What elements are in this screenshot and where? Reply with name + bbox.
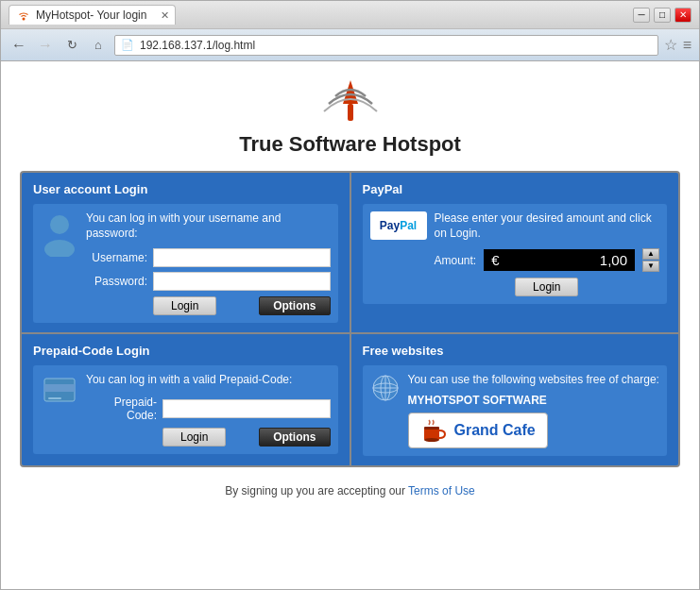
user-form: You can log in with your username and pa… (86, 211, 331, 315)
username-input[interactable] (153, 248, 331, 267)
paypal-panel-body: PayPal Please enter your desired amount … (363, 204, 668, 304)
user-login-btn[interactable]: Login (153, 296, 216, 315)
username-row: Username: (86, 248, 331, 267)
prepaid-description: You can log in with a valid Prepaid-Code… (86, 373, 331, 388)
browser-tab[interactable]: MyHotspot- Your login ✕ (9, 5, 176, 25)
minimize-btn[interactable]: ─ (633, 8, 650, 23)
amount-value: 1,00 (505, 252, 627, 268)
globe-icon (370, 373, 401, 403)
tab-title: MyHotspot- Your login (36, 8, 146, 22)
maximize-btn[interactable]: □ (654, 8, 671, 23)
paypal-content: Please enter your desired amount and cli… (435, 211, 660, 296)
title-bar: MyHotspot- Your login ✕ ─ □ ✕ (1, 1, 699, 29)
user-avatar-icon (41, 211, 78, 259)
prepaid-form: You can log in with a valid Prepaid-Code… (86, 373, 331, 447)
username-label: Username: (86, 251, 147, 264)
globe-svg (371, 374, 400, 402)
prepaid-panel-body: You can log in with a valid Prepaid-Code… (33, 365, 338, 454)
tab-icon (17, 8, 30, 22)
password-input[interactable] (153, 272, 331, 291)
amount-up-btn[interactable]: ▲ (642, 248, 659, 260)
free-panel-body: You can use the following websites free … (363, 365, 668, 456)
amount-row: Amount: € 1,00 ▲ ▼ (435, 248, 660, 272)
page-title: True Software Hotspot (20, 132, 680, 157)
password-row: Password: (86, 272, 331, 291)
hotspot-header: True Software Hotspot (20, 76, 680, 157)
user-description: You can log in with your username and pa… (86, 211, 331, 241)
prepaid-panel: Prepaid-Code Login You can log in with a… (22, 334, 350, 465)
forward-btn[interactable]: → (35, 35, 56, 56)
back-btn[interactable]: ← (9, 35, 29, 56)
user-account-panel: User account Login You can log in with y… (22, 173, 350, 332)
user-panel-header: User account Login (33, 182, 338, 196)
address-bar: 📄 (114, 35, 658, 56)
user-form-buttons: Login Options (86, 296, 331, 315)
svg-rect-1 (348, 104, 353, 121)
currency-symbol: € (491, 252, 499, 268)
page-footer: By signing up you are accepting our Term… (20, 477, 680, 501)
svg-point-3 (50, 215, 69, 234)
terms-of-use-link[interactable]: Terms of Use (408, 484, 475, 497)
free-description: You can use the following websites free … (408, 373, 660, 388)
prepaid-icon (41, 373, 78, 411)
nav-toolbar: ← → ↻ ⌂ 📄 ☆ ≡ (1, 29, 699, 61)
svg-rect-14 (424, 427, 439, 430)
amount-spinners: ▲ ▼ (642, 248, 659, 272)
prepaid-code-input[interactable] (162, 399, 331, 418)
prepaid-options-btn[interactable]: Options (259, 428, 330, 447)
window-controls: ─ □ ✕ (633, 8, 691, 23)
svg-point-15 (424, 438, 439, 442)
user-svg (43, 213, 77, 257)
menu-btn[interactable]: ≡ (683, 37, 691, 54)
url-input[interactable] (140, 39, 652, 52)
paypal-login-btn[interactable]: Login (515, 278, 578, 296)
bookmark-btn[interactable]: ☆ (664, 36, 677, 54)
footer-text: By signing up you are accepting our (225, 484, 408, 497)
reload-btn[interactable]: ↻ (61, 35, 82, 56)
prepaid-panel-header: Prepaid-Code Login (33, 344, 338, 358)
svg-rect-7 (48, 397, 61, 399)
svg-rect-6 (44, 384, 75, 392)
user-panel-body: You can log in with your username and pa… (33, 204, 338, 323)
prepaid-form-buttons: Login Options (86, 428, 331, 447)
panels-grid: User account Login You can log in with y… (20, 171, 680, 467)
wifi-svg (322, 76, 379, 127)
amount-label: Amount: (435, 254, 477, 267)
prepaid-login-btn[interactable]: Login (162, 428, 226, 447)
svg-point-0 (23, 18, 26, 21)
svg-point-4 (44, 240, 75, 257)
myhotspot-software-label: MYHOTSPOT SOFTWARE (408, 394, 660, 407)
grand-cafe-btn[interactable]: Grand Cafe (408, 413, 548, 448)
amount-down-btn[interactable]: ▼ (642, 261, 659, 272)
amount-box: € 1,00 (484, 249, 635, 271)
home-btn[interactable]: ⌂ (88, 35, 109, 56)
tab-close-btn[interactable]: ✕ (161, 9, 169, 22)
grand-cafe-label: Grand Cafe (454, 422, 536, 439)
page-content: True Software Hotspot User account Login… (1, 61, 699, 589)
prepaid-code-row: Prepaid-Code: (86, 396, 331, 422)
paypal-login-row: Login (435, 278, 660, 296)
user-options-btn[interactable]: Options (259, 296, 330, 315)
prepaid-code-label: Prepaid-Code: (86, 396, 157, 422)
page-icon: 📄 (121, 39, 134, 51)
paypal-description: Please enter your desired amount and cli… (435, 211, 660, 241)
prepaid-svg (43, 373, 77, 411)
close-btn[interactable]: ✕ (674, 8, 691, 23)
paypal-panel: PayPal PayPal Please enter your desired … (351, 173, 679, 332)
free-panel-header: Free websites (363, 344, 668, 358)
free-content: You can use the following websites free … (408, 373, 660, 448)
coffee-cup-icon (420, 417, 447, 444)
title-bar-left: MyHotspot- Your login ✕ (9, 5, 176, 25)
wifi-icon (20, 76, 680, 127)
paypal-panel-header: PayPal (363, 182, 668, 196)
free-websites-panel: Free websites You can use the following … (351, 334, 679, 465)
paypal-logo: PayPal (370, 211, 427, 240)
password-label: Password: (86, 275, 147, 288)
browser-window: MyHotspot- Your login ✕ ─ □ ✕ ← → ↻ ⌂ 📄 … (0, 0, 700, 590)
